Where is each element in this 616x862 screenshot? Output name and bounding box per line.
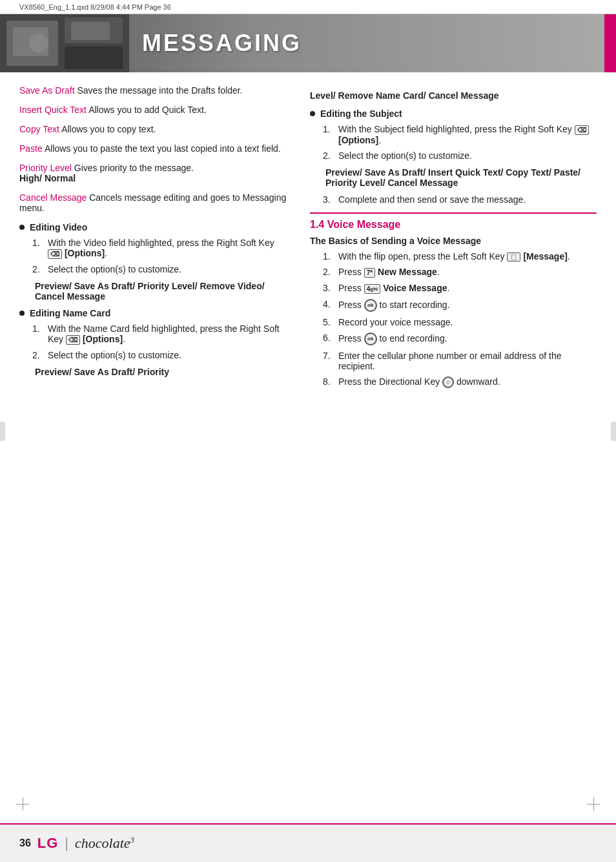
entry-insert-quick-text: Insert Quick Text Allows you to add Quic… xyxy=(19,105,291,115)
editing-video-section: Editing Video 1. With the Video field hi… xyxy=(19,222,291,302)
step-num-2c: 2. xyxy=(323,150,333,161)
entry-paste: Paste Allows you to paste the text you l… xyxy=(19,143,291,154)
step-num-1b: 1. xyxy=(32,323,43,345)
voice-step-3: 3. Press 4ghi Voice Message. xyxy=(323,283,597,294)
entry-body-paste: Allows you to paste the text you last co… xyxy=(45,143,281,154)
vstep-text-3: Press 4ghi Voice Message. xyxy=(338,283,449,294)
key-7-icon: 7* xyxy=(364,268,375,278)
step-num-1: 1. xyxy=(32,238,43,259)
header-title-area: MESSAGING xyxy=(129,30,616,57)
step-text-1: With the Video field highlighted, press … xyxy=(48,238,291,259)
footer-pipe: | xyxy=(65,835,68,852)
voice-step-5: 5. Record your voice message. xyxy=(323,317,597,327)
key-4-icon: 4ghi xyxy=(364,284,381,294)
entry-title-cancel-message: Cancel Message xyxy=(19,192,87,203)
entry-title-save-as-draft: Save As Draft xyxy=(19,85,75,96)
page-title: MESSAGING xyxy=(142,30,302,57)
entry-cancel-message: Cancel Message Cancels message editing a… xyxy=(19,192,291,213)
entry-body-copy-text: Allows you to copy text. xyxy=(61,124,156,134)
vstep-num-4: 4. xyxy=(323,299,333,312)
vstep-text-1: With the flip open, press the Left Soft … xyxy=(338,251,570,262)
editing-subject-header: Editing the Subject xyxy=(310,108,597,119)
voice-basics-subtitle: The Basics of Sending a Voice Message xyxy=(310,236,597,246)
step-text-2: Select the option(s) to customize. xyxy=(48,264,181,274)
page-footer: 36 LG | chocolate3 xyxy=(0,823,616,862)
footer-superscript: 3 xyxy=(130,835,135,845)
voice-step-8: 8. Press the Directional Key ○ downward. xyxy=(323,376,597,388)
footer-product-name: chocolate3 xyxy=(75,835,134,852)
editing-video-header: Editing Video xyxy=(19,222,291,232)
file-info: VX8560_Eng_1.1.qxd 8/29/08 4:44 PM Page … xyxy=(19,3,171,11)
editing-video-step-1: 1. With the Video field highlighted, pre… xyxy=(32,238,291,259)
voice-step-6: 6. Press ok to end recording. xyxy=(323,333,597,345)
right-column: Level/ Remove Name Card/ Cancel Message … xyxy=(310,85,597,395)
entry-priority-level: Priority Level Gives priority to the mes… xyxy=(19,163,291,183)
editing-subject-options: Preview/ Save As Draft/ Insert Quick Tex… xyxy=(310,167,597,188)
top-bar: VX8560_Eng_1.1.qxd 8/29/08 4:44 PM Page … xyxy=(0,0,616,14)
message-soft-key-icon: 📋 xyxy=(507,252,520,262)
editing-subject-section: Editing the Subject 1. With the Subject … xyxy=(310,108,597,205)
editing-video-step-2: 2. Select the option(s) to customize. xyxy=(32,264,291,274)
voice-steps: 1. With the flip open, press the Left So… xyxy=(310,251,597,388)
voice-section-title: 1.4 Voice Message xyxy=(310,219,597,231)
entry-body-priority-level: Gives priority to the message. xyxy=(74,163,194,173)
editing-name-card-header: Editing Name Card xyxy=(19,308,291,318)
editing-subject-step-2: 2. Select the option(s) to customize. xyxy=(323,150,597,161)
footer-page-number: 36 xyxy=(19,837,31,849)
editing-name-card-label: Editing Name Card xyxy=(30,308,110,318)
editing-name-card-steps: 1. With the Name Card field highlighted,… xyxy=(19,323,291,360)
entry-copy-text: Copy Text Allows you to copy text. xyxy=(19,124,291,134)
entry-title-priority-level: Priority Level xyxy=(19,163,72,173)
step-text-2c: Select the option(s) to customize. xyxy=(338,150,472,161)
step-text-2b: Select the option(s) to customize. xyxy=(48,350,181,360)
voice-step-2: 2. Press 7* New Message. xyxy=(323,267,597,278)
ok-icon-1: ok xyxy=(364,299,377,312)
bullet-dot-editing-subject xyxy=(310,111,315,116)
step-text-3c: Complete and then send or save the messa… xyxy=(338,194,526,205)
vstep-num-1: 1. xyxy=(323,251,333,262)
main-content: Save As Draft Saves the message into the… xyxy=(0,72,616,407)
directional-key-icon: ○ xyxy=(442,376,454,388)
options-key-icon: ⌫ xyxy=(48,249,62,259)
entry-title-paste: Paste xyxy=(19,143,43,154)
svg-point-5 xyxy=(29,34,48,53)
left-page-marker xyxy=(0,422,5,441)
vstep-text-7: Enter the cellular phone number or email… xyxy=(338,351,597,371)
continued-options: Level/ Remove Name Card/ Cancel Message xyxy=(310,90,597,101)
section-divider xyxy=(310,212,597,214)
footer-brand-lg: LG xyxy=(37,835,59,852)
entry-title-insert-quick-text: Insert Quick Text xyxy=(19,105,87,115)
step-text-1b: With the Name Card field highlighted, pr… xyxy=(48,323,291,345)
vstep-num-6: 6. xyxy=(323,333,333,345)
entry-save-as-draft: Save As Draft Saves the message into the… xyxy=(19,85,291,96)
step-num-1c: 1. xyxy=(323,124,333,145)
svg-rect-3 xyxy=(65,46,123,69)
entry-body-insert-quick-text: Allows you to add Quick Text. xyxy=(88,105,207,115)
voice-step-4: 4. Press ok to start recording. xyxy=(323,299,597,312)
editing-video-label: Editing Video xyxy=(30,222,87,232)
step-num-3c: 3. xyxy=(323,194,333,205)
step-num-2: 2. xyxy=(32,264,43,274)
header-accent-bar xyxy=(604,14,616,72)
options-key-icon-2: ⌫ xyxy=(66,335,80,345)
vstep-num-2: 2. xyxy=(323,267,333,278)
entry-title-copy-text: Copy Text xyxy=(19,124,59,134)
svg-rect-6 xyxy=(71,22,110,40)
vstep-num-7: 7. xyxy=(323,351,333,371)
bullet-dot-editing-video xyxy=(19,225,25,230)
step-text-1c: With the Subject field highlighted, pres… xyxy=(338,124,597,145)
editing-video-options: Preview/ Save As Draft/ Priority Level/ … xyxy=(19,281,291,302)
editing-name-card-options: Preview/ Save As Draft/ Priority xyxy=(19,367,291,377)
vstep-text-8: Press the Directional Key ○ downward. xyxy=(338,376,500,388)
right-page-marker xyxy=(611,422,616,441)
editing-video-steps: 1. With the Video field highlighted, pre… xyxy=(19,238,291,274)
bullet-dot-editing-name-card xyxy=(19,311,25,316)
vstep-text-2: Press 7* New Message. xyxy=(338,267,440,278)
vstep-text-6: Press ok to end recording. xyxy=(338,333,447,345)
ok-icon-2: ok xyxy=(364,333,377,345)
step-num-2b: 2. xyxy=(32,350,43,360)
left-column: Save As Draft Saves the message into the… xyxy=(19,85,291,395)
entry-body-save-as-draft: Saves the message into the Drafts folder… xyxy=(77,85,242,96)
editing-subject-step-3: 3. Complete and then send or save the me… xyxy=(323,194,597,205)
editing-subject-steps: 1. With the Subject field highlighted, p… xyxy=(310,124,597,161)
